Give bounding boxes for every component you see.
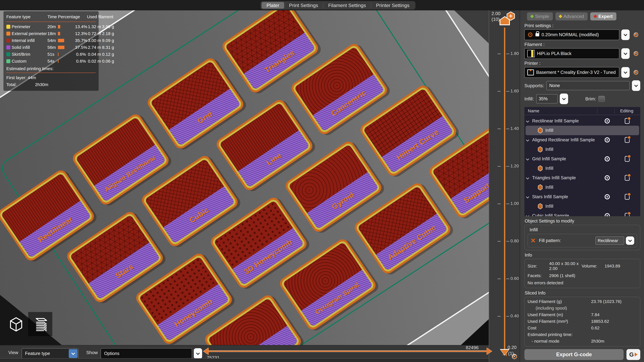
- print-settings-select[interactable]: ⚙ 0.20mm NORMAL (modified): [524, 29, 619, 40]
- chevron-down-icon[interactable]: [526, 195, 529, 199]
- chevron-down-icon[interactable]: [526, 176, 529, 180]
- chevron-down-icon[interactable]: [526, 214, 529, 216]
- edit-settings-icon[interactable]: [625, 156, 630, 162]
- object-infill-row[interactable]: Infill: [526, 164, 639, 173]
- view-select-dropdown[interactable]: [69, 349, 78, 358]
- print-settings-dropdown-button[interactable]: [621, 29, 630, 40]
- export-gcode-quick-button[interactable]: G: [626, 349, 640, 360]
- show-select-value: Options: [101, 351, 120, 356]
- simple-mode-icon: [530, 14, 534, 18]
- edit-settings-icon[interactable]: [625, 175, 630, 181]
- show-label: Show: [86, 350, 98, 355]
- object-row[interactable]: Stars Infill Sample: [526, 192, 639, 202]
- chevron-down-icon[interactable]: [526, 138, 529, 142]
- object-infill-row[interactable]: Infill: [526, 202, 639, 211]
- slider-settings-gear-icon[interactable]: ⚙: [511, 352, 518, 361]
- mode-advanced-button[interactable]: Advanced: [556, 12, 588, 20]
- layer-slider-top-thumb[interactable]: [500, 16, 510, 25]
- fill-pattern-select[interactable]: Rectilinear: [596, 236, 624, 245]
- moves-slider-right-thumb[interactable]: [486, 348, 492, 355]
- filament-gear-button[interactable]: ⚙: [633, 50, 639, 57]
- used-filament-m-value: 7.84: [591, 312, 637, 317]
- object-settings-title: Object Settings to modify: [525, 219, 640, 224]
- object-list-header: Name Editing: [524, 107, 640, 115]
- printer-dropdown-button[interactable]: [621, 67, 630, 78]
- infill-row-label: Infill: [546, 204, 553, 209]
- supports-select[interactable]: None: [546, 81, 630, 90]
- layers-preview-toggle[interactable]: [28, 312, 52, 336]
- printer-gear-button[interactable]: ⚙: [633, 69, 639, 76]
- layer-tick: 1.00: [489, 201, 520, 207]
- moves-slider-left-thumb[interactable]: [203, 348, 209, 355]
- print-settings-gear-button[interactable]: ⚙: [633, 31, 639, 38]
- cube-icon: [7, 315, 26, 334]
- feature-color-swatch: [6, 52, 10, 56]
- brim-checkbox[interactable]: [598, 96, 605, 102]
- layer-top-height: 2.00: [492, 11, 500, 16]
- printer-select[interactable]: Basement * Creality Ender-3 V2 - Tuned: [524, 67, 619, 78]
- edit-settings-icon[interactable]: [625, 194, 630, 200]
- object-name: Rectilinear Infill Sample: [532, 118, 599, 123]
- tab-printer-settings[interactable]: Printer Settings: [371, 2, 414, 8]
- eye-icon[interactable]: [604, 175, 610, 180]
- infill-select[interactable]: 35%: [536, 94, 558, 103]
- chevron-down-icon[interactable]: [526, 157, 529, 161]
- infill-row-label: Infill: [546, 147, 553, 152]
- object-infill-row[interactable]: Infill: [526, 183, 639, 192]
- export-arrow-icon: [635, 353, 638, 357]
- export-gcode-button[interactable]: Export G-code: [524, 349, 624, 360]
- eye-icon[interactable]: [604, 137, 610, 142]
- eye-icon[interactable]: [604, 156, 610, 161]
- tab-print-settings[interactable]: Print Settings: [284, 2, 323, 8]
- fill-pattern-label: Fill pattern:: [539, 238, 596, 243]
- mode-simple-button[interactable]: Simple: [527, 12, 553, 20]
- object-group: Triangles Infill Sample Infill: [526, 173, 639, 192]
- object-infill-row[interactable]: Infill: [526, 145, 639, 154]
- infill-dropdown-button[interactable]: [560, 93, 568, 104]
- tab-filament-settings[interactable]: Filament Settings: [323, 2, 371, 8]
- eye-icon[interactable]: [604, 118, 610, 123]
- advanced-mode-icon: [558, 14, 562, 18]
- feature-color-swatch: [6, 38, 10, 42]
- 3d-viewport[interactable]: Rectilinear Aligned Rectilinear: [0, 10, 489, 345]
- moves-slider-track[interactable]: [208, 351, 487, 352]
- edit-settings-icon[interactable]: [625, 213, 630, 216]
- slicer-app: Plater Print Settings Filament Settings …: [0, 0, 644, 362]
- edit-settings-icon[interactable]: [625, 118, 630, 124]
- fill-pattern-dropdown-button[interactable]: [626, 236, 634, 245]
- object-infill-row[interactable]: Infill: [526, 126, 639, 135]
- remove-setting-icon[interactable]: ✕: [530, 237, 536, 244]
- feature-color-swatch: [6, 59, 10, 63]
- eye-icon[interactable]: [604, 194, 610, 199]
- object-row[interactable]: Triangles Infill Sample: [526, 173, 639, 183]
- 3d-view-toggle[interactable]: [4, 312, 28, 336]
- facets-value: 2906 (1 shell): [549, 273, 637, 278]
- mode-expert-button[interactable]: Expert: [590, 12, 616, 20]
- percentage-bar: [58, 59, 74, 63]
- object-row[interactable]: Cubic Infill Sample: [526, 211, 639, 216]
- legend-header-time: Time: [48, 14, 57, 20]
- filament-dropdown-button[interactable]: [621, 48, 630, 59]
- print-settings-label: Print settings :: [524, 23, 640, 28]
- name-column-header: Name: [528, 108, 597, 113]
- eye-icon[interactable]: [604, 213, 610, 216]
- object-row[interactable]: Rectilinear Infill Sample: [526, 116, 639, 126]
- show-select[interactable]: Options: [100, 348, 192, 359]
- volume-value: 1943.89: [604, 264, 637, 269]
- filament-select[interactable]: HiPi.io PLA Black: [524, 48, 619, 59]
- object-row[interactable]: Grid Infill Sample: [526, 154, 639, 164]
- layer-slider-track[interactable]: [504, 27, 505, 351]
- chevron-down-icon[interactable]: [526, 119, 529, 123]
- infill-icon: [538, 127, 543, 133]
- chevron-down-icon: [71, 351, 75, 355]
- show-dropdown-button[interactable]: [194, 348, 202, 359]
- object-group: Cubic Infill Sample Infill: [526, 211, 639, 216]
- view-mode-toggles: [4, 312, 52, 336]
- view-select[interactable]: Feature type: [22, 348, 78, 359]
- tab-plater[interactable]: Plater: [262, 2, 284, 8]
- gcode-legend: Feature type Time Percentage Used filame…: [4, 11, 98, 91]
- edit-settings-icon[interactable]: [625, 137, 630, 143]
- object-row[interactable]: Aligned Rectilinear Infill Sample: [526, 135, 639, 145]
- gear-icon: ⚙: [527, 31, 533, 38]
- supports-dropdown-button[interactable]: [632, 80, 640, 91]
